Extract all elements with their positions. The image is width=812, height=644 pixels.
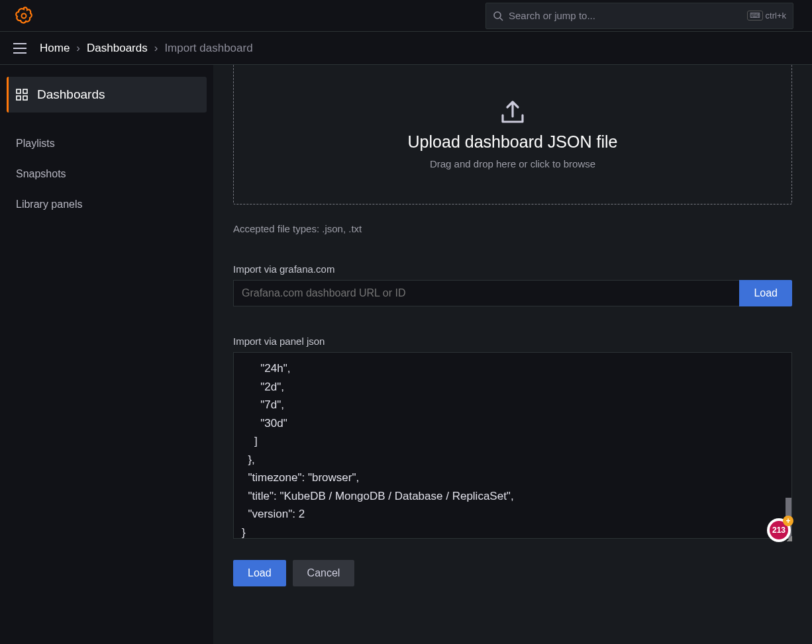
svg-point-0: [22, 13, 26, 18]
svg-rect-9: [23, 96, 27, 100]
grafana-logo[interactable]: [13, 5, 34, 26]
plus-icon: +: [783, 516, 793, 526]
shortcut-hint: ⌨ ctrl+k: [747, 11, 786, 21]
chevron-right-icon: ›: [154, 42, 158, 55]
upload-icon: [499, 99, 527, 127]
accepted-file-types: Accepted file types: .json, .txt: [233, 223, 792, 234]
keyboard-icon: ⌨: [747, 11, 763, 21]
topbar: Search or jump to... ⌨ ctrl+k: [0, 0, 812, 32]
breadcrumb-current: Import dashboard: [164, 42, 252, 55]
sidebar-item-label: Dashboards: [37, 87, 105, 102]
load-button[interactable]: Load: [233, 560, 286, 586]
sidebar-item-dashboards[interactable]: Dashboards: [7, 77, 207, 113]
search-icon: [493, 11, 503, 21]
notification-badge[interactable]: 213 +: [767, 518, 791, 542]
search-input[interactable]: Search or jump to... ⌨ ctrl+k: [485, 3, 793, 29]
sidebar-item-snapshots[interactable]: Snapshots: [7, 159, 207, 189]
sidebar-item-label: Snapshots: [16, 168, 66, 180]
menu-toggle[interactable]: [8, 36, 32, 60]
search-placeholder: Search or jump to...: [509, 10, 742, 21]
svg-line-2: [500, 18, 503, 21]
sidebar-item-playlists[interactable]: Playlists: [7, 128, 207, 159]
import-url-input[interactable]: [233, 280, 739, 306]
cancel-button[interactable]: Cancel: [293, 560, 355, 586]
json-textarea[interactable]: [233, 352, 792, 539]
chevron-right-icon: ›: [76, 42, 80, 55]
svg-rect-6: [17, 89, 21, 93]
main-content: Upload dashboard JSON file Drag and drop…: [213, 65, 812, 644]
dropzone-title: Upload dashboard JSON file: [408, 132, 618, 152]
svg-point-1: [494, 12, 501, 19]
breadcrumb-dashboards[interactable]: Dashboards: [87, 42, 148, 55]
navbar: Home › Dashboards › Import dashboard: [0, 32, 812, 65]
dropzone-sub: Drag and drop here or click to browse: [430, 158, 595, 169]
breadcrumb-home[interactable]: Home: [40, 42, 70, 55]
upload-dropzone[interactable]: Upload dashboard JSON file Drag and drop…: [233, 65, 792, 205]
breadcrumb: Home › Dashboards › Import dashboard: [40, 42, 253, 55]
svg-rect-8: [17, 96, 21, 100]
sidebar-item-library-panels[interactable]: Library panels: [7, 189, 207, 220]
import-json-label: Import via panel json: [233, 336, 792, 347]
import-url-label: Import via grafana.com: [233, 263, 792, 275]
svg-rect-7: [23, 89, 27, 93]
sidebar: Dashboards Playlists Snapshots Library p…: [0, 65, 213, 644]
sidebar-item-label: Playlists: [16, 138, 55, 150]
dashboards-icon: [16, 89, 28, 101]
load-url-button[interactable]: Load: [739, 280, 792, 306]
sidebar-item-label: Library panels: [16, 199, 83, 210]
